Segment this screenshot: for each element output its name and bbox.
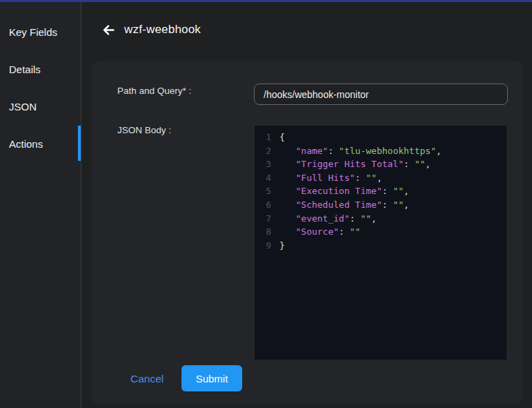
- json-body-label: JSON Body :: [117, 125, 171, 135]
- main-content: wzf-weebhook Path and Query* : JSON Body…: [81, 2, 532, 408]
- sidebar: Key Fields Details JSON Actions: [0, 2, 81, 408]
- path-and-query-label: Path and Query* :: [117, 86, 191, 96]
- line-number: 6: [255, 198, 271, 212]
- code-line: 7 "event_id": "",: [255, 212, 506, 226]
- arrow-left-icon: [102, 23, 115, 39]
- code-line: 6 "Scheduled Time": "",: [255, 198, 506, 212]
- cancel-button[interactable]: Cancel: [126, 371, 168, 387]
- code-line: 1{: [255, 130, 506, 144]
- line-number: 2: [255, 144, 271, 158]
- code-content: "Scheduled Time": "",: [279, 198, 409, 212]
- line-number: 7: [255, 212, 271, 226]
- sidebar-item-label: Key Fields: [9, 26, 57, 38]
- code-content: "Full Hits": "",: [279, 171, 382, 185]
- sidebar-item-key-fields[interactable]: Key Fields: [0, 13, 81, 50]
- code-content: "Source": "": [279, 225, 360, 239]
- sidebar-item-json[interactable]: JSON: [0, 88, 81, 125]
- code-line: 8 "Source": "": [255, 225, 506, 239]
- line-number: 9: [255, 239, 271, 253]
- page-title: wzf-weebhook: [124, 23, 201, 37]
- code-content: {: [279, 130, 285, 144]
- code-content: "Execution Time": "",: [279, 184, 409, 198]
- path-and-query-input[interactable]: [254, 84, 508, 105]
- submit-button[interactable]: Submit: [181, 365, 242, 391]
- form-card: Path and Query* : JSON Body : 1{2 "name"…: [92, 61, 523, 405]
- code-content: "event_id": "",: [279, 212, 377, 226]
- line-number: 3: [255, 157, 271, 171]
- line-number: 5: [255, 184, 271, 198]
- line-number: 4: [255, 171, 271, 185]
- code-line: 9}: [255, 239, 506, 253]
- sidebar-item-label: JSON: [9, 101, 37, 113]
- sidebar-item-label: Actions: [9, 138, 43, 150]
- code-line: 2 "name": "tlu-webhookhttps",: [255, 144, 506, 158]
- sidebar-item-label: Details: [9, 64, 41, 75]
- json-editor[interactable]: 1{2 "name": "tlu-webhookhttps",3 "Trigge…: [255, 126, 506, 360]
- code-content: "Trigger Hits Total": "",: [279, 157, 431, 171]
- json-editor-lines: 1{2 "name": "tlu-webhookhttps",3 "Trigge…: [255, 130, 506, 252]
- code-line: 3 "Trigger Hits Total": "",: [255, 157, 506, 171]
- sidebar-item-actions[interactable]: Actions: [0, 125, 81, 162]
- code-line: 5 "Execution Time": "",: [255, 184, 506, 198]
- code-content: "name": "tlu-webhookhttps",: [279, 144, 442, 158]
- code-content: }: [279, 239, 285, 253]
- sidebar-item-details[interactable]: Details: [0, 50, 81, 88]
- back-button[interactable]: [101, 23, 116, 39]
- code-line: 4 "Full Hits": "",: [255, 171, 506, 185]
- line-number: 8: [255, 225, 271, 239]
- line-number: 1: [255, 130, 271, 144]
